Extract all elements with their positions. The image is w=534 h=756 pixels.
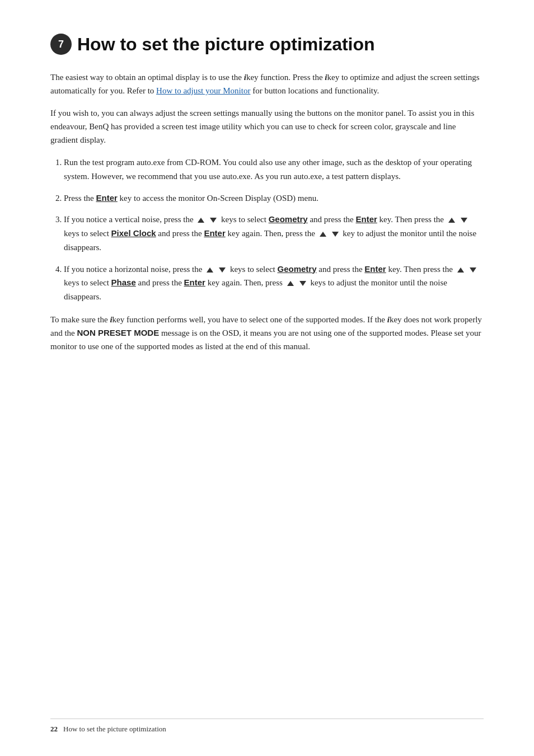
page-title: How to set the picture optimization [77,34,375,55]
intro-paragraph-2: If you wish to, you can always adjust th… [50,106,484,147]
section-number-icon: 7 [50,34,72,55]
arrow-down-icon [219,267,226,273]
how-to-adjust-link[interactable]: How to adjust your Monitor [156,86,250,95]
arrow-up-icon [457,267,464,273]
step-1: Run the test program auto.exe from CD-RO… [64,156,484,184]
page-footer: 22 How to set the picture optimization [50,719,484,734]
arrow-down-icon [299,281,306,286]
step-2: Press the Enter key to access the monito… [64,191,484,205]
arrow-pair-4c [287,281,307,286]
arrow-pair-4a [206,267,226,273]
footer-page-number: 22 [50,725,58,734]
outro-paragraph: To make sure the ikey function performs … [50,313,484,353]
arrow-pair-4b [457,267,477,273]
intro-paragraph-1: The easiest way to obtain an optimal dis… [50,71,484,97]
arrow-down-icon [461,218,467,223]
arrow-up-icon [448,218,455,223]
step-4: If you notice a horizontal noise, press … [64,262,484,304]
footer-chapter-title: How to set the picture optimization [63,725,166,734]
arrow-up-icon [198,218,204,223]
arrow-pair-3c [319,232,339,237]
arrow-down-icon [470,267,476,273]
arrow-pair-3b [448,218,468,223]
title-row: 7 How to set the picture optimization [50,34,484,55]
step-3: If you notice a vertical noise, press th… [64,213,484,254]
page: 7 How to set the picture optimization Th… [0,0,534,756]
arrow-down-icon [332,232,339,237]
steps-list: Run the test program auto.exe from CD-RO… [64,156,484,304]
arrow-up-icon [207,267,213,273]
arrow-up-icon [320,232,326,237]
arrow-pair-3a [197,218,217,223]
arrow-down-icon [210,218,217,223]
arrow-up-icon [287,281,294,286]
